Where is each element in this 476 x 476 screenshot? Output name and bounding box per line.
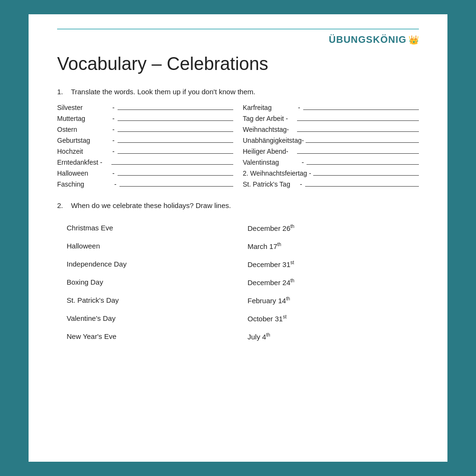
vocab-line — [297, 114, 419, 121]
vocab-line — [306, 136, 419, 143]
top-line — [57, 29, 419, 30]
logo-crown: 👑 — [408, 35, 419, 45]
vocab-grid: Silvester - Karfreitag - Muttertag - Tag… — [57, 103, 419, 188]
vocab-word: Ostern — [57, 126, 109, 133]
holiday-right: December 31st — [238, 255, 419, 273]
vocab-item: Karfreitag - — [243, 103, 419, 111]
holiday-right: December 26th — [238, 219, 419, 237]
vocab-line — [118, 136, 233, 143]
holiday-left: Valentine's Day — [57, 309, 238, 327]
vocab-word: St. Patrick's Tag — [243, 180, 295, 188]
vocab-item: St. Patrick's Tag - — [243, 180, 419, 188]
vocab-item: Hochzeit - — [57, 147, 233, 155]
section2-header: 2. When do we celebrate these holidays? … — [57, 201, 419, 209]
holiday-right: July 4th — [238, 327, 419, 346]
holiday-right: March 17th — [238, 237, 419, 255]
vocab-item: Fasching - — [57, 180, 233, 188]
vocab-word: Silvester — [57, 104, 109, 111]
vocab-word: Tag der Arbeit - — [243, 115, 295, 122]
vocab-line — [313, 169, 419, 176]
main-title: Vocabulary – Celebrations — [57, 54, 419, 74]
vocab-item: Ostern - — [57, 125, 233, 133]
section1-number: 1. — [57, 88, 63, 96]
vocab-line — [307, 158, 419, 165]
vocab-item: Weihnachtstag- — [243, 125, 419, 133]
holiday-left: Independence Day — [57, 255, 238, 273]
vocab-item: Halloween - — [57, 169, 233, 177]
vocab-line — [111, 158, 233, 165]
vocab-line — [118, 114, 233, 121]
vocab-word: Karfreitag — [243, 104, 295, 111]
holidays-grid: Christmas Eve December 26th Halloween Ma… — [57, 219, 419, 346]
holiday-left: Christmas Eve — [57, 219, 238, 237]
vocab-word: Hochzeit — [57, 148, 109, 155]
vocab-line — [297, 147, 419, 154]
logo-text: ÜBUNGSKÖNIG — [329, 34, 407, 45]
section1-instruction: Translate the words. Look them up if you… — [71, 88, 256, 96]
vocab-item: Muttertag - — [57, 114, 233, 122]
vocab-word: Erntedankfest - — [57, 159, 109, 166]
vocab-word: Halloween — [57, 169, 109, 177]
vocab-word: 2. Weihnachtsfeiertag - — [243, 169, 311, 177]
vocab-word: Unabhängigkeitstag- — [243, 137, 304, 144]
vocab-line — [305, 180, 419, 187]
vocab-line — [118, 169, 233, 176]
section2-number: 2. — [57, 201, 63, 209]
vocab-word: Muttertag — [57, 115, 109, 122]
holiday-right: February 14th — [238, 291, 419, 309]
vocab-item: Geburtstag - — [57, 136, 233, 144]
logo-area: ÜBUNGSKÖNIG 👑 — [57, 34, 419, 45]
vocab-word: Heiliger Abend- — [243, 148, 295, 155]
holiday-right: December 24th — [238, 273, 419, 291]
vocab-item: Tag der Arbeit - — [243, 114, 419, 122]
page: ÜBUNGSKÖNIG 👑 Vocabulary – Celebrations … — [29, 14, 447, 462]
vocab-line — [297, 125, 419, 132]
vocab-item: 2. Weihnachtsfeiertag - — [243, 169, 419, 177]
vocab-line — [118, 147, 233, 154]
holiday-left: St. Patrick's Day — [57, 291, 238, 309]
holiday-right: October 31st — [238, 309, 419, 327]
vocab-line — [303, 103, 419, 110]
vocab-line — [118, 103, 233, 110]
holiday-left: New Year's Eve — [57, 327, 238, 346]
section1-header: 1. Translate the words. Look them up if … — [57, 88, 419, 96]
vocab-line — [119, 180, 233, 187]
holiday-left: Halloween — [57, 237, 238, 255]
vocab-word: Valentinstag — [243, 159, 295, 166]
vocab-item: Valentinstag - — [243, 158, 419, 166]
vocab-item: Heiliger Abend- — [243, 147, 419, 155]
vocab-item: Silvester - — [57, 103, 233, 111]
section2-instruction: When do we celebrate these holidays? Dra… — [71, 201, 231, 209]
vocab-item: Erntedankfest - — [57, 158, 233, 166]
vocab-item: Unabhängigkeitstag- — [243, 136, 419, 144]
holiday-left: Boxing Day — [57, 273, 238, 291]
vocab-word: Geburtstag — [57, 137, 109, 144]
vocab-line — [118, 125, 233, 132]
vocab-word: Fasching — [57, 180, 109, 188]
vocab-word: Weihnachtstag- — [243, 126, 295, 133]
